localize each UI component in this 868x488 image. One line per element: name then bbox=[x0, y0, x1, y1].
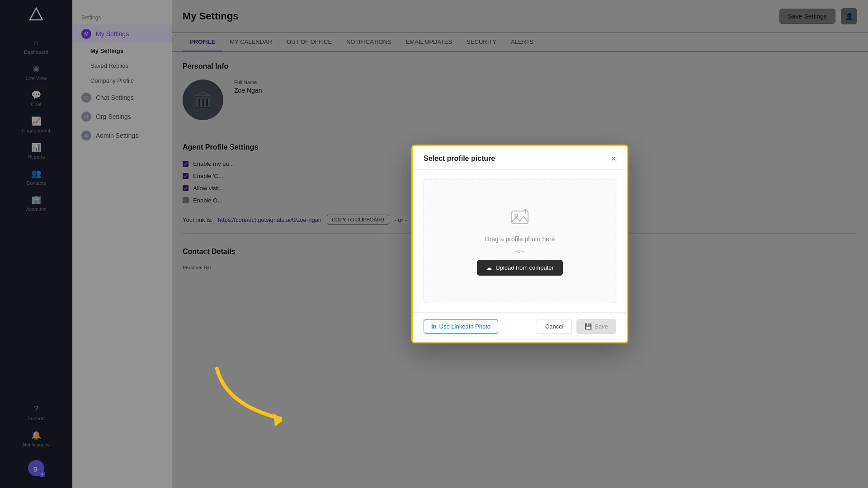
linkedin-btn-label: Use LinkedIn Photo bbox=[439, 323, 491, 330]
sidebar-left: ⌂ Dashboard ◉ Live View 💬 Chat 📈 Engagem… bbox=[0, 0, 72, 488]
main-content: My Settings Save Settings 👤 PROFILE MY C… bbox=[172, 0, 868, 488]
page-wrapper: ⌂ Dashboard ◉ Live View 💬 Chat 📈 Engagem… bbox=[0, 0, 868, 488]
dialog-footer: in Use LinkedIn Photo Cancel 💾 Save bbox=[413, 312, 627, 342]
drop-zone[interactable]: Drag a profile photo here -or- ☁ Upload … bbox=[424, 179, 616, 303]
linkedin-icon: in bbox=[431, 323, 437, 330]
save-button[interactable]: 💾 Save bbox=[576, 319, 616, 334]
upload-icon bbox=[509, 206, 531, 230]
dialog-body: Drag a profile photo here -or- ☁ Upload … bbox=[413, 170, 627, 312]
sidebar-second: Settings M My Settings My Settings Saved… bbox=[72, 0, 172, 488]
upload-cloud-icon: ☁ bbox=[486, 264, 492, 271]
drop-text: Drag a profile photo here bbox=[485, 235, 555, 243]
cancel-button[interactable]: Cancel bbox=[537, 319, 572, 334]
select-profile-picture-dialog: Select profile picture × bbox=[411, 145, 628, 343]
save-btn-label: Save bbox=[594, 323, 608, 330]
upload-from-computer-button[interactable]: ☁ Upload from computer bbox=[477, 260, 563, 276]
svg-point-2 bbox=[515, 214, 518, 217]
dialog-title: Select profile picture bbox=[424, 155, 495, 163]
linkedin-photo-button[interactable]: in Use LinkedIn Photo bbox=[424, 319, 498, 334]
dialog-header: Select profile picture × bbox=[413, 146, 627, 170]
dialog-close-button[interactable]: × bbox=[611, 154, 616, 163]
upload-btn-label: Upload from computer bbox=[495, 264, 554, 271]
or-text: -or- bbox=[516, 248, 524, 254]
footer-right: Cancel 💾 Save bbox=[537, 319, 616, 334]
save-icon: 💾 bbox=[585, 323, 592, 330]
